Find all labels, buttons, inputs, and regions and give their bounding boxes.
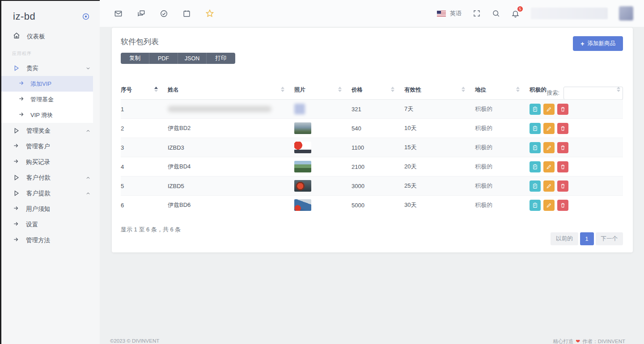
view-button[interactable] bbox=[530, 104, 541, 115]
view-button[interactable] bbox=[530, 142, 541, 153]
sidebar-item-vip[interactable]: 贵宾 bbox=[1, 60, 100, 76]
view-button[interactable] bbox=[530, 123, 541, 134]
column-header-photo[interactable]: 照片 bbox=[294, 83, 352, 100]
sidebar-item-vip-slider[interactable]: VIP 滑块 bbox=[1, 107, 93, 123]
cell-photo bbox=[294, 138, 352, 157]
chevron-up-icon bbox=[85, 191, 91, 196]
sort-icons[interactable] bbox=[281, 87, 284, 92]
sidebar-item-manage-methods[interactable]: 管理方法 bbox=[1, 232, 100, 248]
table-row: 2 伊兹BD2 540 10天 积极的 bbox=[121, 119, 623, 138]
next-page-button[interactable]: 下一个 bbox=[596, 232, 623, 245]
table-row: 6 伊兹BD6 5000 30天 积极的 bbox=[121, 196, 623, 215]
chevron-up-icon bbox=[85, 128, 91, 134]
trash-icon bbox=[560, 183, 566, 189]
edit-button[interactable] bbox=[543, 200, 555, 211]
sidebar-item-label: 设置 bbox=[26, 221, 38, 229]
page-title: 软件包列表 bbox=[121, 37, 624, 47]
previous-page-button[interactable]: 以前的 bbox=[551, 232, 578, 245]
add-product-button[interactable]: + 添加新商品 bbox=[573, 36, 623, 51]
sidebar-item-add-vip[interactable]: 添加VIP bbox=[1, 76, 93, 92]
json-button[interactable]: JSON bbox=[178, 53, 207, 64]
cell-price: 3000 bbox=[352, 176, 404, 196]
cell-id: 6 bbox=[121, 196, 168, 215]
footer-credit: 精心打造 ❤ 作者：DIVINVENT bbox=[553, 338, 625, 344]
heart-icon: ❤ bbox=[576, 338, 580, 344]
cell-photo bbox=[294, 157, 352, 176]
sidebar-item-manage-customers[interactable]: 管理客户 bbox=[1, 138, 100, 154]
sidebar-item-label: 用户须知 bbox=[26, 205, 50, 213]
mail-icon[interactable] bbox=[114, 9, 123, 18]
cell-status: 积极的 bbox=[475, 100, 530, 119]
copy-button[interactable]: 复制 bbox=[121, 53, 149, 64]
pdf-button[interactable]: PDF bbox=[149, 53, 178, 64]
view-button[interactable] bbox=[530, 200, 541, 211]
edit-button[interactable] bbox=[543, 180, 555, 192]
sidebar-item-customer-payments[interactable]: 客户付款 bbox=[1, 170, 100, 185]
cell-actions bbox=[530, 157, 623, 176]
delete-button[interactable] bbox=[557, 180, 568, 192]
sidebar-item-settings[interactable]: 设置 bbox=[1, 217, 100, 232]
print-button[interactable]: 打印 bbox=[207, 53, 235, 64]
export-button-group: 复制 PDF JSON 打印 bbox=[121, 53, 235, 64]
check-circle-icon[interactable] bbox=[160, 9, 168, 18]
sort-icons[interactable] bbox=[617, 87, 620, 92]
cell-price: 2100 bbox=[352, 157, 404, 176]
delete-button[interactable] bbox=[557, 104, 568, 115]
column-header-validity[interactable]: 有效性 bbox=[404, 83, 475, 100]
sidebar-item-user-notice[interactable]: 用户须知 bbox=[1, 201, 100, 217]
cell-status: 积极的 bbox=[475, 119, 530, 138]
edit-button[interactable] bbox=[543, 104, 555, 115]
cell-actions bbox=[530, 138, 623, 157]
star-icon[interactable] bbox=[205, 9, 214, 18]
delete-button[interactable] bbox=[557, 142, 568, 153]
sidebar-item-dashboard[interactable]: 仪表板 bbox=[1, 29, 100, 44]
sidebar-toggle-icon[interactable] bbox=[82, 13, 90, 21]
cell-actions bbox=[530, 119, 623, 138]
table-header-row: 序号 姓名 照片 价格 有效性 地位 积极的 bbox=[121, 83, 623, 100]
column-header-status[interactable]: 地位 bbox=[475, 83, 530, 100]
chevron-up-icon bbox=[85, 175, 91, 180]
content-area: 软件包列表 + 添加新商品 复制 PDF JSON 打印 搜索: bbox=[100, 27, 644, 344]
clipboard-icon bbox=[532, 202, 538, 208]
delete-button[interactable] bbox=[557, 161, 568, 172]
edit-button[interactable] bbox=[543, 142, 555, 153]
cell-price: 321 bbox=[352, 100, 404, 119]
sort-icons[interactable] bbox=[154, 87, 158, 92]
product-photo bbox=[294, 161, 311, 172]
fullscreen-icon[interactable] bbox=[473, 9, 481, 17]
view-button[interactable] bbox=[530, 180, 541, 192]
sort-icons[interactable] bbox=[516, 87, 520, 92]
chat-icon[interactable] bbox=[137, 9, 145, 18]
arrow-right-icon bbox=[13, 236, 19, 244]
column-header-active[interactable]: 积极的 bbox=[530, 83, 623, 100]
column-header-price[interactable]: 价格 bbox=[352, 83, 404, 100]
sidebar: iz-bd 仪表板 应用程序 贵宾 添加VIP 管理基金 bbox=[1, 0, 100, 344]
sidebar-item-label: 购买记录 bbox=[26, 158, 50, 166]
sidebar-item-manage-bonus[interactable]: 管理奖金 bbox=[1, 123, 100, 138]
edit-button[interactable] bbox=[543, 123, 555, 134]
delete-button[interactable] bbox=[557, 200, 568, 211]
sidebar-item-label: 客户提款 bbox=[26, 189, 51, 197]
cell-id: 4 bbox=[121, 157, 168, 176]
edit-button[interactable] bbox=[543, 161, 555, 172]
language-selector[interactable]: 英语 bbox=[437, 9, 462, 17]
sidebar-item-manage-fund[interactable]: 管理基金 bbox=[1, 92, 93, 107]
sort-icons[interactable] bbox=[391, 87, 394, 92]
notifications-bell[interactable]: 5 bbox=[511, 9, 520, 18]
packages-table: 序号 姓名 照片 价格 有效性 地位 积极的 1 321 7天 积极 bbox=[121, 83, 623, 215]
calendar-icon[interactable] bbox=[182, 9, 191, 18]
product-photo bbox=[294, 104, 305, 114]
delete-button[interactable] bbox=[557, 123, 568, 134]
sort-icons[interactable] bbox=[462, 87, 465, 92]
sidebar-item-purchase-records[interactable]: 购买记录 bbox=[1, 154, 100, 170]
search-icon[interactable] bbox=[492, 9, 500, 17]
column-header-id[interactable]: 序号 bbox=[121, 83, 168, 100]
current-page-button[interactable]: 1 bbox=[580, 232, 594, 245]
view-button[interactable] bbox=[530, 161, 541, 172]
sidebar-item-customer-withdrawals[interactable]: 客户提款 bbox=[1, 185, 100, 201]
column-header-name[interactable]: 姓名 bbox=[168, 83, 294, 100]
sort-icons[interactable] bbox=[338, 87, 342, 92]
arrow-right-icon bbox=[18, 80, 25, 88]
cell-id: 2 bbox=[121, 119, 168, 138]
avatar[interactable] bbox=[619, 6, 633, 21]
